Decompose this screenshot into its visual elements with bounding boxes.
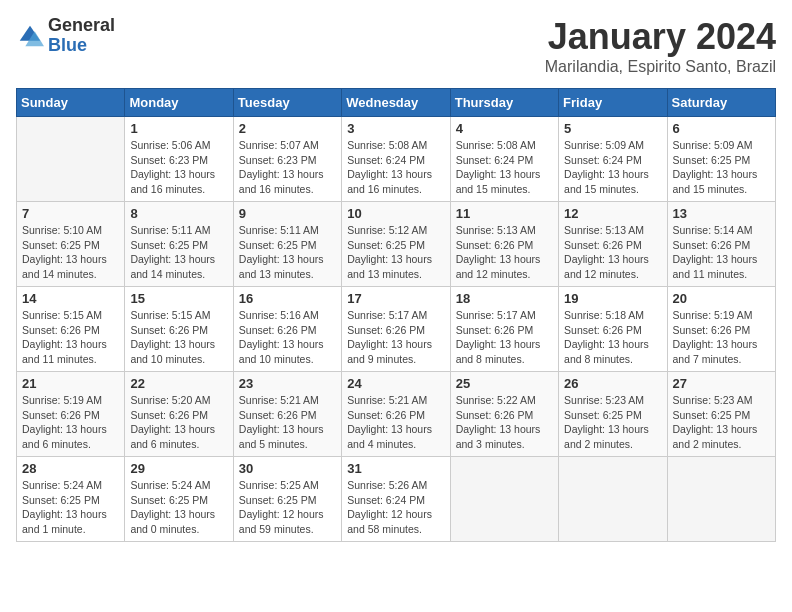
calendar-cell: 26Sunrise: 5:23 AMSunset: 6:25 PMDayligh… <box>559 372 667 457</box>
day-number: 10 <box>347 206 444 221</box>
day-info: Sunrise: 5:07 AMSunset: 6:23 PMDaylight:… <box>239 138 336 197</box>
day-info: Sunrise: 5:15 AMSunset: 6:26 PMDaylight:… <box>22 308 119 367</box>
calendar-cell: 25Sunrise: 5:22 AMSunset: 6:26 PMDayligh… <box>450 372 558 457</box>
day-number: 14 <box>22 291 119 306</box>
day-info: Sunrise: 5:19 AMSunset: 6:26 PMDaylight:… <box>22 393 119 452</box>
calendar-header-row: SundayMondayTuesdayWednesdayThursdayFrid… <box>17 89 776 117</box>
calendar-cell: 14Sunrise: 5:15 AMSunset: 6:26 PMDayligh… <box>17 287 125 372</box>
calendar-cell <box>559 457 667 542</box>
calendar-cell: 24Sunrise: 5:21 AMSunset: 6:26 PMDayligh… <box>342 372 450 457</box>
calendar-cell: 23Sunrise: 5:21 AMSunset: 6:26 PMDayligh… <box>233 372 341 457</box>
day-number: 31 <box>347 461 444 476</box>
calendar-subtitle: Marilandia, Espirito Santo, Brazil <box>545 58 776 76</box>
day-info: Sunrise: 5:22 AMSunset: 6:26 PMDaylight:… <box>456 393 553 452</box>
day-info: Sunrise: 5:08 AMSunset: 6:24 PMDaylight:… <box>347 138 444 197</box>
day-info: Sunrise: 5:09 AMSunset: 6:25 PMDaylight:… <box>673 138 770 197</box>
day-number: 12 <box>564 206 661 221</box>
calendar-cell <box>17 117 125 202</box>
calendar-cell: 7Sunrise: 5:10 AMSunset: 6:25 PMDaylight… <box>17 202 125 287</box>
day-number: 9 <box>239 206 336 221</box>
day-info: Sunrise: 5:23 AMSunset: 6:25 PMDaylight:… <box>564 393 661 452</box>
day-info: Sunrise: 5:17 AMSunset: 6:26 PMDaylight:… <box>347 308 444 367</box>
calendar-cell: 17Sunrise: 5:17 AMSunset: 6:26 PMDayligh… <box>342 287 450 372</box>
day-info: Sunrise: 5:23 AMSunset: 6:25 PMDaylight:… <box>673 393 770 452</box>
calendar-cell: 2Sunrise: 5:07 AMSunset: 6:23 PMDaylight… <box>233 117 341 202</box>
day-number: 8 <box>130 206 227 221</box>
calendar-cell <box>667 457 775 542</box>
calendar-cell <box>450 457 558 542</box>
calendar-cell: 4Sunrise: 5:08 AMSunset: 6:24 PMDaylight… <box>450 117 558 202</box>
weekday-header: Tuesday <box>233 89 341 117</box>
day-info: Sunrise: 5:13 AMSunset: 6:26 PMDaylight:… <box>456 223 553 282</box>
day-info: Sunrise: 5:06 AMSunset: 6:23 PMDaylight:… <box>130 138 227 197</box>
calendar-cell: 11Sunrise: 5:13 AMSunset: 6:26 PMDayligh… <box>450 202 558 287</box>
day-info: Sunrise: 5:09 AMSunset: 6:24 PMDaylight:… <box>564 138 661 197</box>
day-info: Sunrise: 5:13 AMSunset: 6:26 PMDaylight:… <box>564 223 661 282</box>
weekday-header: Monday <box>125 89 233 117</box>
day-number: 27 <box>673 376 770 391</box>
day-number: 19 <box>564 291 661 306</box>
day-info: Sunrise: 5:16 AMSunset: 6:26 PMDaylight:… <box>239 308 336 367</box>
day-number: 21 <box>22 376 119 391</box>
day-info: Sunrise: 5:08 AMSunset: 6:24 PMDaylight:… <box>456 138 553 197</box>
calendar-cell: 29Sunrise: 5:24 AMSunset: 6:25 PMDayligh… <box>125 457 233 542</box>
logo-text: General Blue <box>48 16 115 56</box>
day-number: 16 <box>239 291 336 306</box>
calendar-cell: 18Sunrise: 5:17 AMSunset: 6:26 PMDayligh… <box>450 287 558 372</box>
day-number: 20 <box>673 291 770 306</box>
day-info: Sunrise: 5:17 AMSunset: 6:26 PMDaylight:… <box>456 308 553 367</box>
day-number: 25 <box>456 376 553 391</box>
day-info: Sunrise: 5:11 AMSunset: 6:25 PMDaylight:… <box>239 223 336 282</box>
day-number: 22 <box>130 376 227 391</box>
day-number: 17 <box>347 291 444 306</box>
day-number: 11 <box>456 206 553 221</box>
day-number: 2 <box>239 121 336 136</box>
day-info: Sunrise: 5:18 AMSunset: 6:26 PMDaylight:… <box>564 308 661 367</box>
day-number: 26 <box>564 376 661 391</box>
day-info: Sunrise: 5:24 AMSunset: 6:25 PMDaylight:… <box>130 478 227 537</box>
day-info: Sunrise: 5:15 AMSunset: 6:26 PMDaylight:… <box>130 308 227 367</box>
day-number: 3 <box>347 121 444 136</box>
page-header: General Blue January 2024 Marilandia, Es… <box>16 16 776 76</box>
weekday-header: Sunday <box>17 89 125 117</box>
weekday-header: Saturday <box>667 89 775 117</box>
calendar-cell: 10Sunrise: 5:12 AMSunset: 6:25 PMDayligh… <box>342 202 450 287</box>
day-number: 7 <box>22 206 119 221</box>
day-number: 13 <box>673 206 770 221</box>
weekday-header: Thursday <box>450 89 558 117</box>
day-info: Sunrise: 5:24 AMSunset: 6:25 PMDaylight:… <box>22 478 119 537</box>
day-info: Sunrise: 5:26 AMSunset: 6:24 PMDaylight:… <box>347 478 444 537</box>
day-info: Sunrise: 5:12 AMSunset: 6:25 PMDaylight:… <box>347 223 444 282</box>
weekday-header: Friday <box>559 89 667 117</box>
title-block: January 2024 Marilandia, Espirito Santo,… <box>545 16 776 76</box>
calendar-week-row: 21Sunrise: 5:19 AMSunset: 6:26 PMDayligh… <box>17 372 776 457</box>
calendar-cell: 6Sunrise: 5:09 AMSunset: 6:25 PMDaylight… <box>667 117 775 202</box>
day-number: 24 <box>347 376 444 391</box>
day-info: Sunrise: 5:14 AMSunset: 6:26 PMDaylight:… <box>673 223 770 282</box>
day-info: Sunrise: 5:21 AMSunset: 6:26 PMDaylight:… <box>347 393 444 452</box>
calendar-cell: 30Sunrise: 5:25 AMSunset: 6:25 PMDayligh… <box>233 457 341 542</box>
calendar-title: January 2024 <box>545 16 776 58</box>
day-number: 15 <box>130 291 227 306</box>
day-number: 6 <box>673 121 770 136</box>
calendar-cell: 20Sunrise: 5:19 AMSunset: 6:26 PMDayligh… <box>667 287 775 372</box>
day-info: Sunrise: 5:10 AMSunset: 6:25 PMDaylight:… <box>22 223 119 282</box>
calendar-week-row: 28Sunrise: 5:24 AMSunset: 6:25 PMDayligh… <box>17 457 776 542</box>
day-number: 1 <box>130 121 227 136</box>
calendar-cell: 31Sunrise: 5:26 AMSunset: 6:24 PMDayligh… <box>342 457 450 542</box>
calendar-cell: 16Sunrise: 5:16 AMSunset: 6:26 PMDayligh… <box>233 287 341 372</box>
day-number: 23 <box>239 376 336 391</box>
calendar-cell: 27Sunrise: 5:23 AMSunset: 6:25 PMDayligh… <box>667 372 775 457</box>
day-number: 29 <box>130 461 227 476</box>
day-info: Sunrise: 5:21 AMSunset: 6:26 PMDaylight:… <box>239 393 336 452</box>
calendar-cell: 8Sunrise: 5:11 AMSunset: 6:25 PMDaylight… <box>125 202 233 287</box>
day-info: Sunrise: 5:11 AMSunset: 6:25 PMDaylight:… <box>130 223 227 282</box>
calendar-table: SundayMondayTuesdayWednesdayThursdayFrid… <box>16 88 776 542</box>
calendar-cell: 9Sunrise: 5:11 AMSunset: 6:25 PMDaylight… <box>233 202 341 287</box>
calendar-week-row: 1Sunrise: 5:06 AMSunset: 6:23 PMDaylight… <box>17 117 776 202</box>
weekday-header: Wednesday <box>342 89 450 117</box>
calendar-cell: 21Sunrise: 5:19 AMSunset: 6:26 PMDayligh… <box>17 372 125 457</box>
day-number: 18 <box>456 291 553 306</box>
logo: General Blue <box>16 16 115 56</box>
logo-blue: Blue <box>48 36 115 56</box>
